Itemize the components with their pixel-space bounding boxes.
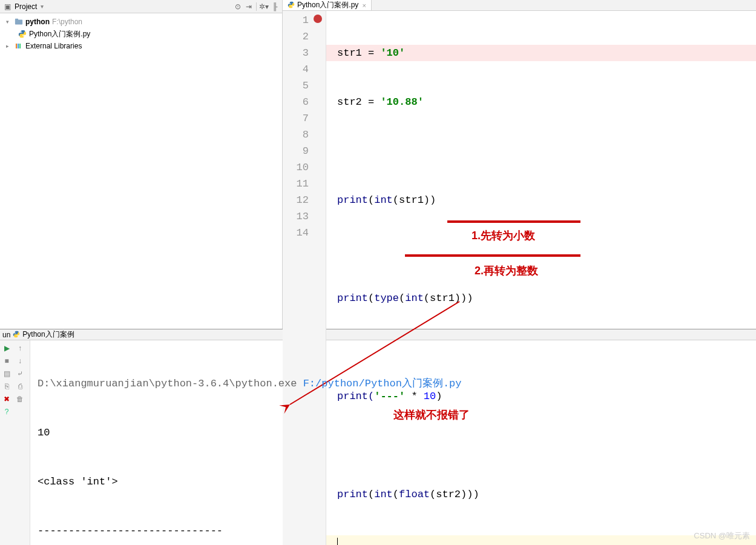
code-token: '10' (380, 47, 405, 59)
step-up-icon[interactable]: ↑ (15, 343, 25, 354)
editor-area: Python入门案例.py × 1234567891011121314 str1… (283, 0, 756, 329)
help-icon[interactable]: ? (1, 406, 12, 417)
trash-icon[interactable]: 🗑 (15, 394, 25, 405)
hide-panel-icon[interactable]: ╟ (270, 2, 280, 12)
editor-tabs: Python入门案例.py × (283, 0, 756, 11)
breakpoint-icon[interactable] (314, 15, 322, 23)
layout-icon[interactable]: ▤ (1, 368, 12, 379)
svg-rect-3 (18, 44, 19, 48)
project-tree[interactable]: ▾ python F:\python Python入门案例.py ▸ Exter… (0, 13, 282, 54)
expand-arrow-icon[interactable]: ▾ (6, 19, 12, 25)
export-icon[interactable]: ⎘ (1, 381, 12, 392)
external-libs-label: External Libraries (25, 42, 82, 50)
output-line: 10 (38, 424, 749, 441)
run-toolbar: ▶ ↑ ■ ↓ ▤ ⤶ ⎘ ⎙ ✖ 🗑 ? (0, 340, 30, 545)
tree-root[interactable]: ▾ python F:\python (0, 16, 282, 28)
annotation-3: 这样就不报错了 (393, 407, 470, 423)
watermark: CSDN @唯元素 (694, 530, 750, 541)
sidebar-title: Project (15, 2, 37, 11)
step-down-icon[interactable]: ↓ (15, 355, 25, 366)
run-label: un (2, 331, 10, 339)
settings-gear-icon[interactable]: ✲▾ (259, 2, 269, 12)
editor-tab[interactable]: Python入门案例.py × (283, 0, 372, 10)
output-line: <class 'int'> (38, 474, 749, 490)
svg-rect-0 (15, 20, 22, 25)
sidebar-header: ▣ Project ▾ ⊙ ⇥ ✲▾ ╟ (0, 0, 282, 13)
root-name: python (25, 18, 50, 26)
tree-external-libs[interactable]: ▸ External Libraries (0, 40, 282, 52)
code-token: print(int(str1)) (337, 194, 436, 206)
libraries-icon (15, 42, 23, 50)
rerun-icon[interactable]: ▶ (1, 343, 12, 354)
wrap-icon[interactable]: ⤶ (15, 368, 25, 379)
console-output[interactable]: D:\xiangmuruanjian\python-3.6.4\python.e… (30, 340, 756, 545)
collapse-all-icon[interactable]: ⇥ (244, 2, 254, 12)
expand-arrow-icon[interactable]: ▸ (6, 43, 12, 49)
python-file-icon (13, 331, 20, 339)
script-link[interactable]: F:/python/Python入门案例.py (303, 378, 462, 389)
svg-rect-1 (15, 19, 18, 21)
code-token: = (368, 47, 380, 59)
python-file-icon (288, 1, 295, 10)
dropdown-icon[interactable]: ▾ (41, 3, 44, 10)
tab-filename: Python入门案例.py (297, 0, 358, 10)
code-token: = (368, 96, 380, 108)
annotation-2: 2.再转为整数 (475, 263, 538, 279)
close-icon[interactable]: ✖ (1, 394, 12, 405)
output-line: ------------------------------ (38, 523, 749, 539)
exec-path: D:\xiangmuruanjian\python-3.6.4\python.e… (38, 378, 303, 389)
folder-icon (15, 18, 23, 26)
run-config-name[interactable]: Python入门案例 (22, 329, 74, 340)
python-file-icon (18, 30, 27, 38)
svg-rect-4 (19, 44, 21, 48)
code-token: print(type(int(str1))) (337, 292, 473, 304)
code-token: str1 (337, 47, 368, 59)
tree-file[interactable]: Python入门案例.py (0, 28, 282, 40)
svg-rect-2 (16, 44, 17, 48)
print-icon[interactable]: ⎙ (15, 381, 25, 392)
project-sidebar: ▣ Project ▾ ⊙ ⇥ ✲▾ ╟ ▾ python F:\python (0, 0, 283, 329)
scroll-from-source-icon[interactable]: ⊙ (233, 2, 243, 12)
close-tab-icon[interactable]: × (362, 2, 366, 9)
project-panel-icon: ▣ (2, 2, 12, 12)
stop-icon[interactable]: ■ (1, 355, 12, 366)
root-path: F:\python (52, 18, 82, 26)
run-panel: un Python入门案例 ▶ ↑ ■ ↓ ▤ ⤶ ⎘ ⎙ ✖ (0, 329, 756, 545)
code-token: str2 (337, 96, 368, 108)
code-token: '10.88' (380, 96, 423, 108)
file-name: Python入门案例.py (29, 29, 90, 39)
